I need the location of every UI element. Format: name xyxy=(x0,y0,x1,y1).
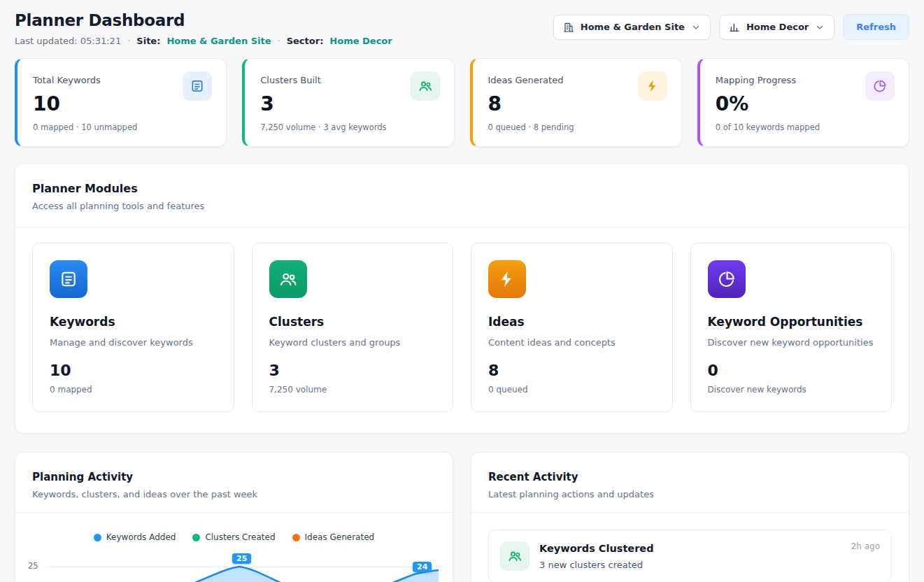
recent-activity-subtitle: Latest planning actions and updates xyxy=(488,489,892,499)
module-description: Discover new keyword opportunities xyxy=(708,337,875,348)
header-left: Planner Dashboard Last updated: 05:31:21… xyxy=(15,11,392,46)
list-icon xyxy=(50,260,87,298)
site-selector-dropdown[interactable]: Home & Garden Site xyxy=(553,15,711,40)
chart-legend: Keywords Added Clusters Created Ideas Ge… xyxy=(15,513,453,542)
sector-label: Sector: xyxy=(287,36,324,46)
sector-selector-dropdown[interactable]: Home Decor xyxy=(719,15,834,40)
users-icon xyxy=(500,541,529,571)
legend-item-ideas-generated[interactable]: Ideas Generated xyxy=(292,532,375,542)
recent-activity-card: Recent Activity Latest planning actions … xyxy=(471,452,909,582)
site-label: Site: xyxy=(136,36,160,46)
module-card-keyword-opportunities[interactable]: Keyword Opportunities Discover new keywo… xyxy=(690,243,893,412)
planning-activity-subtitle: Keywords, clusters, and ideas over the p… xyxy=(32,489,436,499)
module-title: Keywords xyxy=(50,315,217,329)
modules-panel-header: Planner Modules Access all planning tool… xyxy=(15,164,909,227)
users-icon xyxy=(411,71,440,101)
stat-subtext: 0 queued · 8 pending xyxy=(488,122,666,132)
planning-activity-title: Planning Activity xyxy=(32,471,436,483)
module-subtext: Discover new keywords xyxy=(708,385,875,395)
module-description: Keyword clusters and groups xyxy=(269,337,436,348)
module-description: Content ideas and concepts xyxy=(488,337,655,348)
bottom-row: Planning Activity Keywords, clusters, an… xyxy=(15,452,909,582)
stat-card-total-keywords: Total Keywords 10 0 mapped · 10 unmapped xyxy=(15,58,227,147)
module-description: Manage and discover keywords xyxy=(50,337,217,348)
stats-row: Total Keywords 10 0 mapped · 10 unmapped… xyxy=(15,58,909,147)
module-card-keywords[interactable]: Keywords Manage and discover keywords 10… xyxy=(32,243,234,412)
stat-card-mapping-progress: Mapping Progress 0% 0 of 10 keywords map… xyxy=(697,58,909,147)
module-card-ideas[interactable]: Ideas Content ideas and concepts 8 0 que… xyxy=(471,243,673,412)
activity-list-item: Keywords Clustered 3 new clusters create… xyxy=(488,530,892,582)
activity-item-title: Keywords Clustered xyxy=(539,543,654,554)
sector-link[interactable]: Home Decor xyxy=(329,36,392,46)
list-icon xyxy=(183,71,212,101)
module-value: 10 xyxy=(50,362,217,379)
modules-panel-title: Planner Modules xyxy=(32,182,892,195)
legend-dot-icon xyxy=(292,534,300,541)
modules-grid: Keywords Manage and discover keywords 10… xyxy=(15,227,909,433)
legend-dot-icon xyxy=(94,534,101,541)
activity-item-body: Keywords Clustered 3 new clusters create… xyxy=(539,541,654,570)
stat-subtext: 0 of 10 keywords mapped xyxy=(716,122,893,132)
module-title: Clusters xyxy=(269,315,436,329)
pie-chart-icon xyxy=(708,260,746,298)
page-title: Planner Dashboard xyxy=(15,11,392,29)
users-icon xyxy=(269,260,307,298)
stat-subtext: 0 mapped · 10 unmapped xyxy=(33,122,211,132)
module-card-clusters[interactable]: Clusters Keyword clusters and groups 3 7… xyxy=(252,243,454,412)
site-selector-label: Home & Garden Site xyxy=(581,22,685,32)
module-value: 8 xyxy=(488,362,655,379)
header-controls: Home & Garden Site Home Decor Refresh xyxy=(553,14,909,40)
planning-activity-header: Planning Activity Keywords, clusters, an… xyxy=(15,453,453,512)
module-value: 3 xyxy=(269,362,436,379)
data-point-label: 24 xyxy=(413,562,432,572)
pie-chart-icon xyxy=(865,71,895,101)
legend-label: Ideas Generated xyxy=(305,532,375,542)
legend-dot-icon xyxy=(192,534,200,541)
header: Planner Dashboard Last updated: 05:31:21… xyxy=(15,11,909,46)
module-title: Ideas xyxy=(488,315,655,329)
bolt-icon xyxy=(488,260,526,298)
stat-card-ideas-generated: Ideas Generated 8 0 queued · 8 pending xyxy=(470,58,682,147)
stat-subtext: 7,250 volume · 3 avg keywords xyxy=(260,122,438,132)
last-updated-text: Last updated: 05:31:21 xyxy=(15,36,121,46)
site-link[interactable]: Home & Garden Site xyxy=(166,36,271,46)
divider xyxy=(471,512,909,513)
module-subtext: 0 mapped xyxy=(50,385,217,395)
module-subtext: 0 queued xyxy=(488,385,655,395)
legend-item-keywords-added[interactable]: Keywords Added xyxy=(94,532,176,542)
building-icon xyxy=(563,22,574,33)
refresh-button[interactable]: Refresh xyxy=(843,14,909,40)
planner-dashboard-page: Planner Dashboard Last updated: 05:31:21… xyxy=(0,0,924,582)
area-chart: 25 25 24 xyxy=(46,552,439,582)
bar-chart-icon xyxy=(729,22,740,33)
y-axis-tick: 25 xyxy=(28,561,38,571)
module-title: Keyword Opportunities xyxy=(708,315,875,329)
modules-panel-subtitle: Access all planning tools and features xyxy=(32,201,892,211)
sector-selector-label: Home Decor xyxy=(746,22,809,32)
legend-label: Keywords Added xyxy=(106,532,176,542)
recent-activity-title: Recent Activity xyxy=(488,471,892,483)
chevron-down-icon xyxy=(691,22,701,32)
module-value: 0 xyxy=(708,362,875,379)
planner-modules-panel: Planner Modules Access all planning tool… xyxy=(15,163,909,434)
data-point-label: 25 xyxy=(232,553,251,564)
legend-label: Clusters Created xyxy=(205,532,275,542)
bolt-icon xyxy=(638,71,667,101)
header-meta: Last updated: 05:31:21 · Site: Home & Ga… xyxy=(15,36,392,46)
meta-separator: · xyxy=(127,36,130,46)
module-subtext: 7,250 volume xyxy=(269,385,436,395)
activity-item-timestamp: 2h ago xyxy=(851,541,880,551)
legend-item-clusters-created[interactable]: Clusters Created xyxy=(192,532,275,542)
activity-item-description: 3 new clusters created xyxy=(539,560,654,570)
chevron-down-icon xyxy=(815,22,825,32)
planning-activity-card: Planning Activity Keywords, clusters, an… xyxy=(15,452,453,582)
recent-activity-header: Recent Activity Latest planning actions … xyxy=(471,453,909,512)
stat-card-clusters-built: Clusters Built 3 7,250 volume · 3 avg ke… xyxy=(242,58,454,147)
meta-separator: · xyxy=(278,36,280,46)
